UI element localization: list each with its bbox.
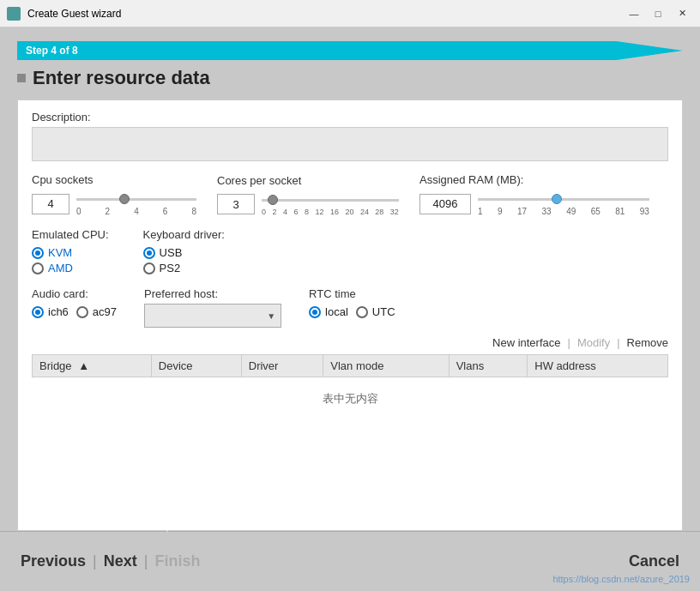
- emulated-cpu-group: Emulated CPU: KVM AMD: [32, 228, 109, 277]
- audio-ich6-label: ich6: [48, 305, 69, 318]
- cpu-sockets-track-line: [76, 198, 196, 201]
- audio-card-label: Audio card:: [32, 287, 117, 300]
- cpu-sockets-slider-container: 0 2 4 6 8: [76, 191, 196, 216]
- sort-icon: ▲: [78, 359, 89, 372]
- new-interface-button[interactable]: New interface: [492, 336, 560, 349]
- keyboard-driver-ps2[interactable]: PS2: [143, 262, 225, 274]
- cpu-sockets-label: Cpu sockets: [32, 173, 196, 186]
- window-controls: — □ ✕: [623, 5, 693, 22]
- keyboard-driver-usb-label: USB: [160, 246, 183, 259]
- assigned-ram-thumb[interactable]: [552, 194, 562, 204]
- network-table: Bridge ▲ Device Driver Vlan mode Vlans H…: [32, 354, 668, 420]
- preferred-host-label: Preferred host:: [144, 287, 281, 300]
- cores-per-socket-slider-container: 0 2 4 6 8 12 16 20 24 28 32: [262, 192, 399, 216]
- emulated-cpu-kvm-label: KVM: [48, 246, 72, 259]
- assigned-ram-slider[interactable]: [478, 191, 649, 207]
- keyboard-driver-label: Keyboard driver:: [143, 228, 225, 241]
- assigned-ram-value[interactable]: 4096: [419, 194, 471, 214]
- app-icon: [7, 7, 21, 21]
- minimize-button[interactable]: —: [623, 5, 645, 22]
- finish-button[interactable]: Finish: [154, 552, 200, 570]
- separator-1: |: [568, 336, 570, 349]
- rtc-time-controls: local UTC: [309, 305, 395, 318]
- window-title: Create Guest wizard: [27, 8, 623, 20]
- cpu-sockets-group: Cpu sockets 4 0 2: [32, 173, 196, 216]
- audio-card-controls: ich6 ac97: [32, 305, 117, 318]
- table-empty-text: 表中无内容: [33, 377, 668, 421]
- form-panel: Description: Cpu sockets 4: [17, 100, 683, 531]
- keyboard-driver-ps2-label: PS2: [160, 262, 181, 274]
- radio-amd[interactable]: [32, 262, 44, 274]
- emulated-cpu-label: Emulated CPU:: [32, 228, 109, 241]
- keyboard-driver-usb[interactable]: USB: [143, 246, 225, 259]
- table-body: 表中无内容: [33, 377, 668, 421]
- titlebar: Create Guest wizard — □ ✕: [0, 0, 700, 27]
- col-vlans[interactable]: Vlans: [449, 355, 528, 377]
- emulated-cpu-amd[interactable]: AMD: [32, 262, 109, 274]
- page-title-row: Enter resource data: [17, 67, 683, 89]
- nav-sep-2: |: [144, 552, 148, 570]
- col-driver[interactable]: Driver: [241, 355, 323, 377]
- table-header: Bridge ▲ Device Driver Vlan mode Vlans H…: [33, 355, 668, 377]
- cancel-button[interactable]: Cancel: [629, 552, 679, 570]
- cores-per-socket-track-line: [262, 199, 399, 202]
- rtc-local-label: local: [325, 305, 348, 318]
- modify-button[interactable]: Modify: [577, 336, 610, 349]
- audio-row: Audio card: ich6 ac97 Preferred host: ▼: [32, 287, 668, 328]
- emulated-cpu-kvm[interactable]: KVM: [32, 246, 109, 259]
- radio-utc[interactable]: [356, 306, 368, 318]
- assigned-ram-ticks: 1 9 17 33 49 65 81 93: [478, 207, 649, 216]
- separator-2: |: [617, 336, 619, 349]
- radio-local[interactable]: [309, 306, 321, 318]
- previous-button[interactable]: Previous: [21, 552, 86, 570]
- combo-arrow-icon: ▼: [267, 311, 275, 321]
- step-badge: Step 4 of 8: [17, 41, 683, 60]
- col-device[interactable]: Device: [151, 355, 241, 377]
- cpu-sockets-value[interactable]: 4: [32, 194, 69, 214]
- maximize-button[interactable]: □: [647, 5, 669, 22]
- nav-sep-1: |: [93, 552, 97, 570]
- cpu-sockets-thumb[interactable]: [119, 194, 130, 204]
- next-button[interactable]: Next: [104, 552, 137, 570]
- sliders-row: Cpu sockets 4 0 2: [32, 173, 668, 216]
- table-empty-row: 表中无内容: [33, 377, 668, 421]
- rtc-time-label: RTC time: [309, 287, 395, 300]
- description-input[interactable]: [32, 127, 668, 161]
- cpu-sockets-slider[interactable]: [76, 191, 196, 207]
- assigned-ram-controls: 4096 1 9 17 33: [419, 191, 649, 216]
- cores-per-socket-label: Cores per socket: [217, 174, 399, 187]
- cores-per-socket-controls: 3 0 2 4 6: [217, 192, 399, 216]
- preferred-host-combo[interactable]: ▼: [144, 304, 281, 328]
- assigned-ram-label: Assigned RAM (MB):: [419, 173, 649, 186]
- radio-ac97[interactable]: [76, 306, 88, 318]
- rtc-utc-label: UTC: [372, 305, 395, 318]
- rtc-time-group: RTC time local UTC: [309, 287, 395, 321]
- description-label: Description:: [32, 111, 668, 124]
- cores-per-socket-group: Cores per socket 3 0 2: [217, 174, 399, 216]
- remove-button[interactable]: Remove: [627, 336, 668, 349]
- watermark: https://blog.csdn.net/azure_2019: [552, 574, 690, 584]
- col-hw-address[interactable]: HW address: [528, 355, 668, 377]
- keyboard-driver-group: Keyboard driver: USB PS2: [143, 228, 225, 277]
- cpu-sockets-ticks: 0 2 4 6 8: [76, 207, 196, 216]
- radio-kvm[interactable]: [32, 247, 44, 259]
- interface-controls-row: New interface | Modify | Remove: [32, 336, 668, 349]
- cores-per-socket-thumb[interactable]: [268, 195, 278, 205]
- audio-ac97-label: ac97: [93, 305, 117, 318]
- col-bridge[interactable]: Bridge ▲: [33, 355, 152, 377]
- cores-per-socket-ticks: 0 2 4 6 8 12 16 20 24 28 32: [262, 208, 399, 216]
- close-button[interactable]: ✕: [671, 5, 693, 22]
- options-row: Emulated CPU: KVM AMD Keyboard driver:: [32, 228, 668, 277]
- radio-ich6[interactable]: [32, 306, 44, 318]
- window: Create Guest wizard — □ ✕ Step 4 of 8 En…: [0, 0, 700, 591]
- assigned-ram-track-line: [478, 198, 649, 201]
- cores-per-socket-value[interactable]: 3: [217, 194, 255, 214]
- radio-usb[interactable]: [143, 247, 155, 259]
- col-vlan-mode[interactable]: Vlan mode: [323, 355, 449, 377]
- main-content: Step 4 of 8 Enter resource data Descript…: [0, 27, 700, 531]
- radio-ps2[interactable]: [143, 262, 155, 274]
- page-title-icon: [17, 74, 26, 82]
- page-title: Enter resource data: [33, 67, 210, 89]
- cores-per-socket-slider[interactable]: [262, 192, 399, 208]
- preferred-host-group: Preferred host: ▼: [144, 287, 281, 328]
